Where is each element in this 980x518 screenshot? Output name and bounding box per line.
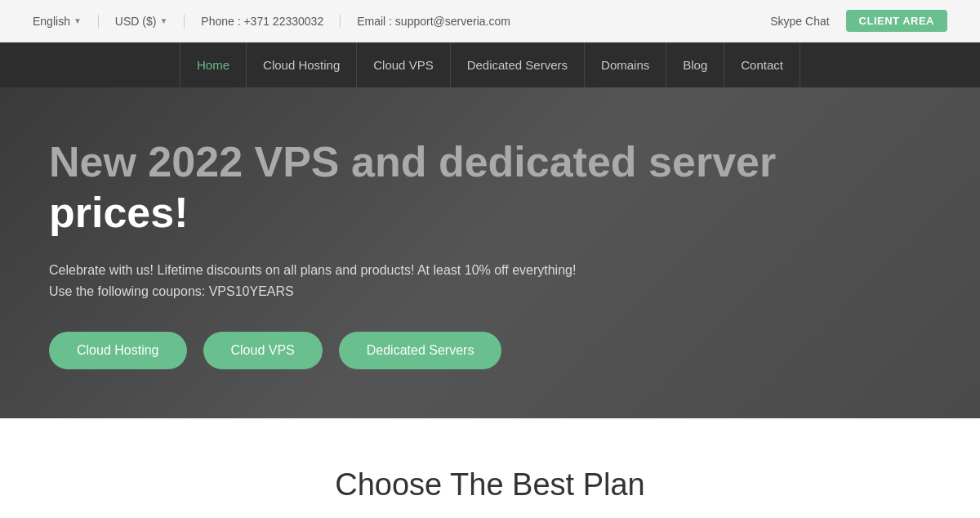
language-selector[interactable]: English ▼ <box>33 15 99 28</box>
nav-label-contact: Contact <box>741 58 783 72</box>
language-label: English <box>33 15 70 28</box>
currency-selector[interactable]: USD ($) ▼ <box>115 15 185 28</box>
phone-info: Phone : +371 22330032 <box>201 15 341 28</box>
nav-item-cloud-vps[interactable]: Cloud VPS <box>357 42 450 87</box>
cloud-hosting-button[interactable]: Cloud Hosting <box>49 332 187 369</box>
hero-title-faded: New 2022 VPS and dedicated server <box>49 138 776 185</box>
cloud-vps-button[interactable]: Cloud VPS <box>203 332 323 369</box>
nav-item-domains[interactable]: Domains <box>585 42 666 87</box>
hero-subtitle: Celebrate with us! Lifetime discounts on… <box>49 263 931 278</box>
nav-label-cloud-hosting: Cloud Hosting <box>263 58 340 72</box>
choose-title: Choose The Best Plan <box>33 467 947 502</box>
email-label: Email : support@serveria.com <box>357 15 510 28</box>
email-info: Email : support@serveria.com <box>357 15 527 28</box>
nav-label-cloud-vps: Cloud VPS <box>373 58 433 72</box>
cloud-hosting-label: Cloud Hosting <box>77 343 159 357</box>
chevron-down-icon: ▼ <box>159 16 167 25</box>
cloud-vps-label: Cloud VPS <box>231 343 295 357</box>
dedicated-servers-button[interactable]: Dedicated Servers <box>339 332 502 369</box>
topbar-right: Skype Chat CLIENT AREA <box>770 10 947 32</box>
nav-label-dedicated-servers: Dedicated Servers <box>467 58 568 72</box>
client-area-button[interactable]: CLIENT AREA <box>846 10 947 32</box>
hero-buttons: Cloud Hosting Cloud VPS Dedicated Server… <box>49 332 931 369</box>
currency-label: USD ($) <box>115 15 157 28</box>
topbar: English ▼ USD ($) ▼ Phone : +371 2233003… <box>0 0 980 42</box>
skype-chat-link[interactable]: Skype Chat <box>770 15 829 28</box>
hero-section: New 2022 VPS and dedicated server prices… <box>0 87 980 418</box>
nav-item-blog[interactable]: Blog <box>666 42 724 87</box>
nav-label-home: Home <box>197 58 229 72</box>
nav-label-domains: Domains <box>601 58 649 72</box>
navbar: Home Cloud Hosting Cloud VPS Dedicated S… <box>0 42 980 87</box>
hero-title: New 2022 VPS and dedicated server prices… <box>49 136 784 239</box>
nav-item-contact[interactable]: Contact <box>724 42 800 87</box>
topbar-left: English ▼ USD ($) ▼ Phone : +371 2233003… <box>33 15 770 28</box>
dedicated-servers-label: Dedicated Servers <box>367 343 474 357</box>
nav-item-cloud-hosting[interactable]: Cloud Hosting <box>247 42 357 87</box>
hero-title-bold: prices! <box>49 189 189 236</box>
nav-item-dedicated-servers[interactable]: Dedicated Servers <box>451 42 585 87</box>
nav-label-blog: Blog <box>683 58 707 72</box>
nav-item-home[interactable]: Home <box>180 42 247 87</box>
phone-label: Phone : +371 22330032 <box>201 15 323 28</box>
choose-section: Choose The Best Plan <box>0 418 980 518</box>
chevron-down-icon: ▼ <box>74 16 82 25</box>
hero-coupon: Use the following coupons: VPS10YEARS <box>49 284 931 299</box>
